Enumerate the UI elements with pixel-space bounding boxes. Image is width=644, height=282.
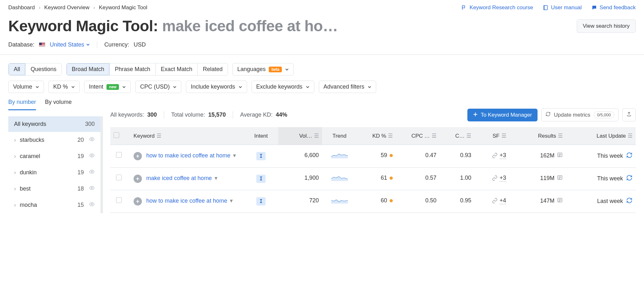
trend-sparkline	[331, 197, 348, 204]
breadcrumb: Dashboard › Keyword Overview › Keyword M…	[8, 4, 147, 11]
sidebar-group-dunkin[interactable]: ›dunkin19	[8, 164, 100, 181]
crumb-dashboard[interactable]: Dashboard	[8, 4, 35, 11]
eye-icon[interactable]	[89, 185, 95, 192]
currency-value: USD	[134, 41, 146, 48]
database-selector[interactable]: United States	[50, 41, 90, 48]
chevron-right-icon: ›	[14, 137, 16, 143]
refresh-row-button[interactable]	[626, 197, 633, 205]
intent-badge: I	[256, 175, 266, 183]
keyword-link[interactable]: how to make iced coffee at home	[146, 152, 231, 159]
row-checkbox[interactable]	[116, 197, 122, 203]
caret-down-icon[interactable]: ▾	[233, 152, 236, 159]
sidebar-group-starbucks[interactable]: ›starbucks20	[8, 132, 100, 148]
cell-sf[interactable]: +4	[492, 197, 506, 204]
export-button[interactable]	[622, 108, 636, 121]
cell-kd: 61	[357, 168, 396, 190]
filter-include-keywords[interactable]: Include keywords	[186, 81, 247, 93]
keyword-link[interactable]: make iced coffee at home	[146, 175, 212, 181]
cell-competition: 0.95	[440, 190, 474, 213]
eye-icon[interactable]	[89, 153, 95, 160]
refresh-row-button[interactable]	[626, 175, 633, 183]
sort-icon[interactable]: ☰	[314, 133, 319, 139]
eye-icon[interactable]	[89, 136, 95, 144]
add-keyword-button[interactable]: +	[134, 152, 142, 160]
filter-cpc[interactable]: CPC (USD)	[135, 81, 181, 93]
crumb-keyword-magic[interactable]: Keyword Magic Tool	[99, 4, 147, 11]
cell-cpc: 0.50	[396, 190, 440, 213]
to-keyword-manager-button[interactable]: To Keyword Manager	[467, 109, 538, 121]
sort-icon[interactable]: ☰	[432, 133, 436, 139]
stat-total-volume-value: 15,570	[208, 112, 226, 118]
sort-icon[interactable]: ☰	[388, 133, 393, 139]
tab-questions[interactable]: Questions	[26, 63, 62, 75]
filter-intent[interactable]: Intent new	[84, 81, 131, 93]
sort-icon[interactable]: ☰	[501, 133, 506, 139]
sidebar-group-mocha[interactable]: ›mocha15	[8, 197, 100, 213]
filter-kd[interactable]: KD %	[48, 81, 80, 93]
sort-icon[interactable]: ☰	[628, 133, 633, 139]
tab-broad-match[interactable]: Broad Match	[67, 63, 110, 75]
sort-icon[interactable]: ☰	[466, 133, 471, 139]
eye-icon[interactable]	[89, 169, 95, 176]
tab-all[interactable]: All	[9, 63, 26, 75]
add-keyword-button[interactable]: +	[134, 197, 142, 206]
refresh-icon	[545, 112, 551, 118]
filter-advanced[interactable]: Advanced filters	[319, 81, 376, 93]
eye-icon[interactable]	[89, 201, 95, 209]
update-metrics-button[interactable]: Update metrics 0/5,000	[541, 108, 618, 121]
database-label: Database:	[8, 41, 34, 48]
caret-down-icon[interactable]: ▾	[215, 175, 217, 181]
cell-results: 147M	[540, 197, 563, 205]
row-checkbox[interactable]	[116, 152, 122, 158]
link-user-manual[interactable]: User manual	[543, 4, 582, 11]
cell-sf[interactable]: +3	[492, 175, 506, 182]
row-checkbox[interactable]	[116, 175, 122, 180]
cell-sf[interactable]: +3	[492, 152, 506, 159]
currency-label: Currency:	[104, 41, 129, 48]
caret-down-icon[interactable]: ▾	[230, 198, 233, 204]
select-all-checkbox[interactable]	[113, 132, 119, 138]
plus-icon	[473, 112, 478, 118]
trend-sparkline	[331, 152, 348, 158]
tab-exact-match[interactable]: Exact Match	[156, 63, 198, 75]
serp-icon[interactable]	[557, 197, 563, 205]
separator	[233, 111, 233, 119]
link-research-course[interactable]: Keyword Research course	[461, 4, 533, 11]
flag-icon	[461, 5, 467, 11]
sidebar-group-caramel[interactable]: ›caramel19	[8, 148, 100, 164]
languages-dropdown[interactable]: Languages beta	[232, 63, 294, 76]
filter-exclude-keywords[interactable]: Exclude keywords	[252, 81, 314, 93]
tab-by-number[interactable]: By number	[8, 97, 36, 110]
filter-volume[interactable]: Volume	[8, 81, 44, 93]
cell-competition: 0.93	[440, 145, 474, 168]
cell-results: 162M	[540, 152, 563, 159]
cell-volume: 720	[278, 190, 322, 213]
new-badge: new	[106, 84, 119, 90]
chevron-right-icon: ›	[14, 153, 16, 160]
cell-last-update: This week	[597, 153, 623, 159]
serp-icon[interactable]	[557, 152, 563, 159]
intent-badge: I	[256, 197, 266, 206]
tab-related[interactable]: Related	[198, 63, 228, 75]
cell-volume: 1,900	[278, 168, 322, 190]
add-keyword-button[interactable]: +	[134, 175, 142, 183]
tab-phrase-match[interactable]: Phrase Match	[110, 63, 156, 75]
table-row: +how to make iced coffee at home▾I6,6005…	[110, 145, 636, 168]
sidebar-all-keywords[interactable]: All keywords 300	[8, 116, 100, 132]
link-send-feedback[interactable]: Send feedback	[591, 4, 636, 11]
view-search-history-button[interactable]: View search history	[577, 19, 636, 33]
trend-sparkline	[331, 175, 348, 181]
cell-results: 119M	[540, 175, 563, 182]
link-icon	[492, 198, 498, 204]
crumb-keyword-overview[interactable]: Keyword Overview	[44, 4, 90, 11]
sort-icon[interactable]: ☰	[157, 133, 161, 139]
svg-point-1	[91, 139, 93, 140]
sidebar-group-count: 20	[77, 137, 84, 143]
sidebar-group-best[interactable]: ›best18	[8, 181, 100, 197]
refresh-row-button[interactable]	[626, 152, 633, 160]
sort-icon[interactable]: ☰	[558, 133, 563, 139]
kd-dot-icon	[390, 177, 393, 180]
serp-icon[interactable]	[557, 175, 563, 182]
tab-by-volume[interactable]: By volume	[45, 97, 72, 110]
keyword-link[interactable]: how to make ice coffee at home	[146, 198, 227, 204]
